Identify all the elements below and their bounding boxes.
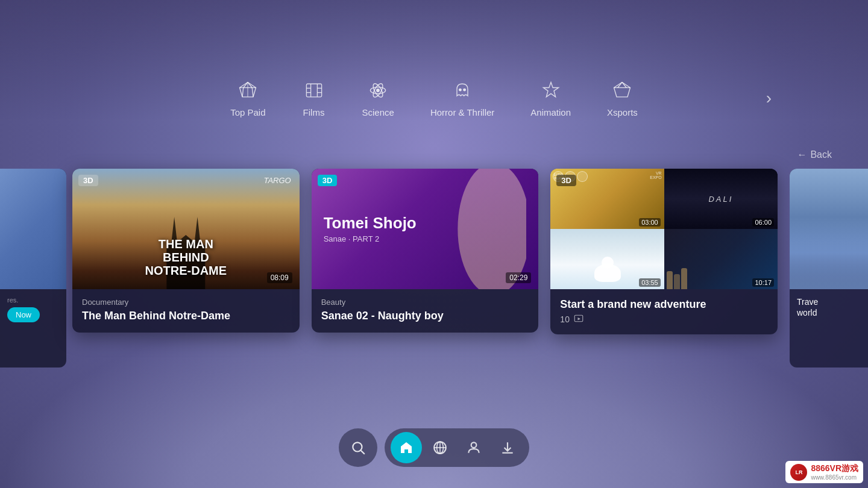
mountain-gradient [790, 241, 868, 289]
adventure-info: Start a brand new adventure 10 [550, 289, 778, 334]
explore-button[interactable] [424, 432, 456, 463]
partial-left-btn[interactable]: Now [7, 307, 40, 322]
home-button[interactable] [391, 432, 422, 463]
duration-notre-dame: 08:09 [267, 272, 292, 283]
category-animation[interactable]: Animation [530, 78, 571, 117]
svg-marker-20 [543, 83, 558, 97]
svg-line-4 [242, 88, 244, 97]
category-films[interactable]: Films [302, 78, 326, 117]
category-nav: Top Paid Films Science [0, 78, 868, 117]
animation-label: Animation [530, 107, 571, 117]
back-arrow-icon: ← [797, 149, 807, 160]
adventure-thumb: EURO PEAN VREXPO 03:00 DALI 06:00 [550, 169, 778, 289]
svg-point-31 [471, 442, 477, 448]
top-paid-label: Top Paid [230, 107, 265, 117]
science-label: Science [362, 107, 394, 117]
svg-marker-26 [577, 318, 580, 321]
mini-duration-4: 10:17 [752, 278, 774, 287]
star-icon [539, 78, 563, 102]
notre-dame-genre: Documentary [82, 298, 290, 307]
svg-rect-7 [306, 84, 321, 97]
watermark-logo: LR [790, 464, 807, 481]
watermark-brand: 8866VR游戏 [811, 463, 858, 474]
main-nav-pill [385, 428, 529, 467]
search-icon [350, 440, 366, 455]
duration-tomei: 02:29 [506, 272, 531, 283]
cards-row: THE MANBEHINDNOTRE-DAME TARGO 3D 08:09 D… [60, 169, 790, 334]
category-science[interactable]: Science [362, 78, 394, 117]
notre-dame-title: The Man Behind Notre-Dame [82, 309, 290, 323]
partial-right-thumb [790, 169, 868, 289]
mini-duration-1: 03:00 [639, 218, 661, 227]
mini-thumb-polar: 03:55 [550, 229, 664, 289]
svg-point-18 [459, 89, 462, 91]
atom-icon [366, 78, 390, 102]
notre-dame-title-overlay: THE MANBEHINDNOTRE-DAME [145, 237, 227, 277]
ghost-icon [450, 78, 474, 102]
adventure-title: Start a brand new adventure [560, 298, 768, 311]
adventure-count: 10 [560, 314, 768, 325]
card-tomei-shojo[interactable]: Tomei Shojo Sanae · PART 2 3D 02:29 Beau… [312, 169, 539, 333]
category-top-paid[interactable]: Top Paid [230, 78, 265, 117]
watermark-url: www.8865vr.com [811, 474, 858, 481]
partial-left-subtitle: res. [7, 296, 59, 304]
back-label: Back [810, 149, 832, 160]
tomei-genre: Beauty [321, 298, 529, 307]
count-number: 10 [560, 314, 570, 324]
tomei-thumb: Tomei Shojo Sanae · PART 2 3D 02:29 [312, 169, 539, 289]
explore-icon [432, 440, 448, 455]
bottom-nav [339, 428, 529, 467]
search-button[interactable] [339, 428, 377, 467]
category-xsports[interactable]: Xsports [607, 78, 638, 117]
notre-dame-thumb: THE MANBEHINDNOTRE-DAME TARGO 3D 08:09 [72, 169, 300, 289]
targo-label: TARGO [263, 176, 291, 185]
diamond-icon [236, 78, 260, 102]
back-button[interactable]: ← Back [797, 149, 832, 160]
nav-next-arrow[interactable]: › [766, 89, 772, 108]
vr-expo-badge: VREXPO [650, 171, 661, 180]
tomei-info: Beauty Sanae 02 - Naughty boy [312, 289, 539, 333]
tomei-text-overlay: Tomei Shojo Sanae · PART 2 [324, 214, 527, 243]
watermark-info: 8866VR游戏 www.8865vr.com [811, 463, 858, 481]
films-label: Films [303, 107, 325, 117]
partial-left-card[interactable]: res. Now [0, 169, 66, 368]
mini-duration-3: 03:55 [639, 278, 661, 287]
card-notre-dame[interactable]: THE MANBEHINDNOTRE-DAME TARGO 3D 08:09 D… [72, 169, 300, 333]
partial-right-card[interactable]: Traveworld [790, 169, 868, 368]
card-adventure[interactable]: EURO PEAN VREXPO 03:00 DALI 06:00 [550, 169, 778, 334]
3d-badge-notre-dame: 3D [78, 175, 98, 186]
svg-marker-21 [614, 83, 631, 97]
svg-line-28 [361, 451, 365, 454]
mini-duration-2: 06:00 [752, 218, 774, 227]
3d-badge-adventure: 3D [556, 175, 576, 186]
3d-badge-tomei: 3D [318, 175, 338, 186]
mini-thumb-dark: 10:17 [664, 229, 778, 289]
film-icon [302, 78, 326, 102]
category-horror[interactable]: Horror & Thriller [430, 78, 494, 117]
download-icon [500, 440, 515, 455]
xsports-diamond-icon [610, 78, 634, 102]
svg-line-5 [253, 88, 254, 97]
watermark-logo-text: LR [795, 469, 802, 475]
partial-right-title: Traveworld [797, 296, 861, 318]
adventure-grid: EURO PEAN VREXPO 03:00 DALI 06:00 [550, 169, 778, 289]
polar-bear-head [602, 257, 614, 269]
sanae-subtitle: Sanae · PART 2 [324, 234, 527, 243]
svg-point-17 [377, 89, 380, 92]
svg-point-19 [464, 89, 466, 91]
watermark: LR 8866VR游戏 www.8865vr.com [785, 461, 863, 483]
profile-button[interactable] [458, 432, 489, 463]
mini-thumb-dali: DALI 06:00 [664, 169, 778, 229]
playlist-icon [573, 314, 584, 325]
partial-right-info: Traveworld [790, 289, 868, 325]
xsports-label: Xsports [607, 107, 638, 117]
tomei-title-text: Tomei Shojo [324, 214, 527, 232]
home-icon [399, 440, 414, 455]
horror-label: Horror & Thriller [430, 107, 494, 117]
dali-text: DALI [708, 195, 733, 204]
svg-point-27 [353, 442, 362, 451]
profile-icon [466, 440, 482, 455]
notre-dame-info: Documentary The Man Behind Notre-Dame [72, 289, 300, 333]
tomei-title: Sanae 02 - Naughty boy [321, 309, 529, 323]
download-button[interactable] [492, 432, 523, 463]
